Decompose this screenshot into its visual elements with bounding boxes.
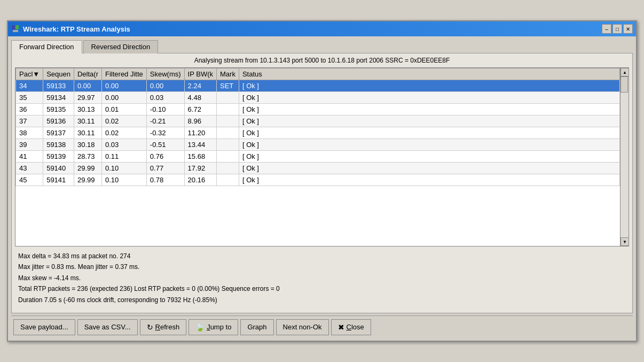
cell-skew: -0.51: [146, 139, 184, 151]
table-row[interactable]: 355913429.970.000.034.48[ Ok ]: [16, 92, 620, 104]
title-bar-controls: – □ ✕: [602, 24, 633, 34]
table-row[interactable]: 385913730.110.02-0.3211.20[ Ok ]: [16, 127, 620, 139]
cell-delta: 0.00: [74, 80, 101, 92]
cell-packet: 36: [16, 104, 43, 115]
minimize-button[interactable]: –: [602, 24, 611, 34]
cell-status: [ Ok ]: [239, 80, 619, 92]
cell-jitter: 0.00: [102, 80, 147, 92]
jump-to-label: Jump to: [207, 323, 231, 331]
tab-forward-direction[interactable]: Forward Direction: [11, 40, 82, 53]
next-non-ok-button[interactable]: Next non-Ok: [276, 319, 329, 335]
cell-sequence: 59137: [43, 127, 74, 139]
close-window-button[interactable]: ✕: [623, 24, 633, 34]
cell-packet: 35: [16, 92, 43, 104]
close-icon: ✖: [338, 323, 344, 332]
cell-skew: 0.78: [146, 174, 184, 186]
refresh-button[interactable]: ↻ Refresh: [140, 319, 187, 335]
cell-bw: 6.72: [184, 104, 216, 115]
cell-delta: 29.99: [74, 174, 101, 186]
cell-delta: 29.97: [74, 92, 101, 104]
cell-delta: 28.73: [74, 151, 101, 163]
col-header-skew[interactable]: Skew(ms): [146, 68, 184, 80]
save-csv-button[interactable]: Save as CSV...: [77, 319, 138, 335]
cell-jitter: 0.00: [102, 92, 147, 104]
graph-label: Graph: [247, 323, 266, 331]
table-row[interactable]: 435914029.990.100.7717.92[ Ok ]: [16, 163, 620, 174]
cell-delta: 30.13: [74, 104, 101, 115]
cell-bw: 2.24: [184, 80, 216, 92]
cell-mark: [217, 139, 239, 151]
col-header-mark[interactable]: Mark: [217, 68, 239, 80]
table-row[interactable]: 34591330.000.000.002.24SET[ Ok ]: [16, 80, 620, 92]
cell-bw: 11.20: [184, 127, 216, 139]
cell-packet: 38: [16, 127, 43, 139]
table-row[interactable]: 455914129.990.100.7820.16[ Ok ]: [16, 174, 620, 186]
scroll-down-button[interactable]: ▼: [621, 237, 629, 246]
close-button[interactable]: ✖ Close: [331, 319, 371, 335]
cell-skew: -0.10: [146, 104, 184, 115]
tab-reversed-direction[interactable]: Reversed Direction: [83, 40, 159, 53]
cell-bw: 4.48: [184, 92, 216, 104]
cell-mark: SET: [217, 80, 239, 92]
table-row[interactable]: 365913530.130.01-0.106.72[ Ok ]: [16, 104, 620, 115]
stats-line-5: Duration 7.05 s (-60 ms clock drift, cor…: [18, 295, 626, 305]
cell-sequence: 59139: [43, 151, 74, 163]
cell-status: [ Ok ]: [239, 104, 619, 115]
scrollbar-track[interactable]: [621, 76, 629, 237]
table-row[interactable]: 395913830.180.03-0.5113.44[ Ok ]: [16, 139, 620, 151]
stats-line-1: Max delta = 34.83 ms at packet no. 274: [18, 251, 626, 261]
cell-packet: 43: [16, 163, 43, 174]
table-scroll-area[interactable]: Pacl▼ Sequen Delta(r Filtered Jitte Skew…: [15, 68, 620, 246]
cell-mark: [217, 104, 239, 115]
stats-line-2: Max jitter = 0.83 ms. Mean jitter = 0.37…: [18, 261, 626, 272]
table-row[interactable]: 415913928.730.110.7615.68[ Ok ]: [16, 151, 620, 163]
col-header-delta[interactable]: Delta(r: [74, 68, 101, 80]
col-header-sequence[interactable]: Sequen: [43, 68, 74, 80]
cell-skew: 0.76: [146, 151, 184, 163]
col-header-status[interactable]: Status: [239, 68, 619, 80]
table-row[interactable]: 375913630.110.02-0.218.96[ Ok ]: [16, 115, 620, 127]
col-header-packet[interactable]: Pacl▼: [16, 68, 43, 80]
vertical-scrollbar[interactable]: ▲ ▼: [620, 68, 629, 246]
save-payload-button[interactable]: Save payload...: [13, 319, 75, 335]
tab-bar: Forward Direction Reversed Direction: [11, 40, 633, 53]
cell-status: [ Ok ]: [239, 163, 619, 174]
title-bar: Wireshark: RTP Stream Analysis – □ ✕: [8, 21, 636, 36]
jump-to-icon: 🍃: [195, 323, 205, 332]
cell-status: [ Ok ]: [239, 92, 619, 104]
cell-bw: 13.44: [184, 139, 216, 151]
main-content: Analysing stream from 10.1.3.143 port 50…: [11, 53, 633, 313]
scrollbar-thumb[interactable]: [621, 76, 628, 93]
packet-table: Pacl▼ Sequen Delta(r Filtered Jitte Skew…: [15, 68, 620, 186]
scroll-up-button[interactable]: ▲: [621, 68, 629, 76]
jump-to-button[interactable]: 🍃 Jump to: [189, 319, 238, 335]
cell-packet: 34: [16, 80, 43, 92]
stream-info: Analysing stream from 10.1.3.143 port 50…: [15, 57, 629, 64]
cell-status: [ Ok ]: [239, 115, 619, 127]
cell-packet: 45: [16, 174, 43, 186]
cell-status: [ Ok ]: [239, 151, 619, 163]
button-bar: Save payload... Save as CSV... ↻ Refresh…: [11, 315, 633, 337]
cell-skew: 0.77: [146, 163, 184, 174]
cell-jitter: 0.11: [102, 151, 147, 163]
cell-bw: 20.16: [184, 174, 216, 186]
maximize-button[interactable]: □: [612, 24, 622, 34]
cell-sequence: 59141: [43, 174, 74, 186]
cell-mark: [217, 127, 239, 139]
svg-rect-0: [12, 25, 15, 29]
stats-line-4: Total RTP packets = 236 (expected 236) L…: [18, 283, 626, 294]
table-body: 34591330.000.000.002.24SET[ Ok ]35591342…: [16, 80, 620, 186]
col-header-bw[interactable]: IP BW(k: [184, 68, 216, 80]
save-payload-label: Save payload...: [20, 323, 68, 331]
cell-delta: 29.99: [74, 163, 101, 174]
close-label: Close: [347, 323, 364, 331]
col-header-jitter[interactable]: Filtered Jitte: [102, 68, 147, 80]
cell-delta: 30.18: [74, 139, 101, 151]
cell-mark: [217, 174, 239, 186]
cell-bw: 8.96: [184, 115, 216, 127]
graph-button[interactable]: Graph: [240, 319, 273, 335]
window-title: Wireshark: RTP Stream Analysis: [23, 25, 130, 33]
svg-rect-2: [13, 30, 18, 32]
cell-skew: 0.03: [146, 92, 184, 104]
wireshark-icon: [11, 25, 20, 33]
